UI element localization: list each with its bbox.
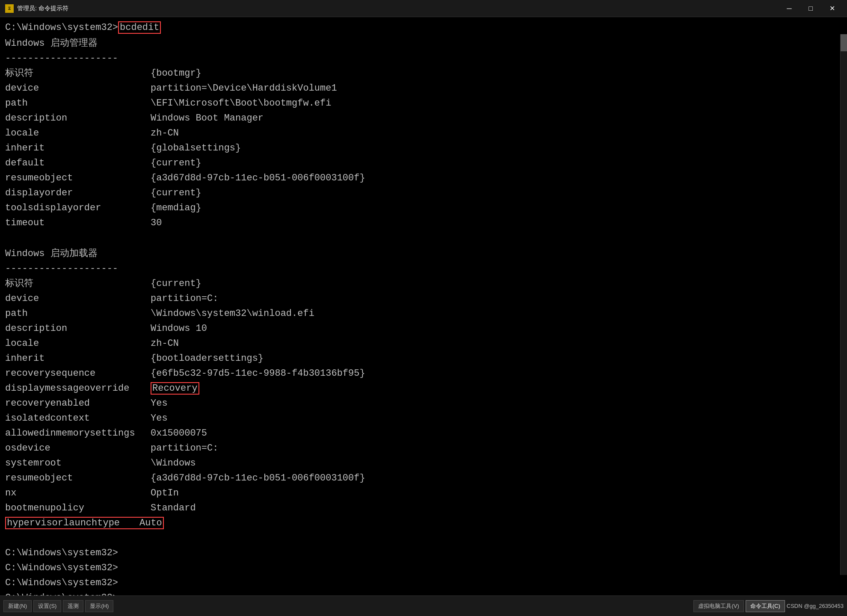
bootmgr-resumeobject: resumeobject{a3d67d8d-97cb-11ec-b051-006… [5, 171, 842, 185]
bl-desc-key: description [5, 321, 151, 336]
bl-resobj-val: {a3d67d8d-97cb-11ec-b051-006f0003100f} [151, 473, 365, 483]
bl-dispmsgo-val: Recovery [151, 382, 199, 395]
bl-recseq-key: recoverysequence [5, 366, 151, 380]
bl-hyperv-key: hypervisorlaunchtype [7, 516, 139, 530]
bl-nx-val: OptIn [151, 488, 179, 498]
bootmgr-inherit: inherit{globalsettings} [5, 141, 842, 155]
bl-osdev-val: partition=C: [151, 443, 218, 454]
bl-aimset-key: allowedinmemorysettings [5, 426, 151, 440]
bl-recen-val: Yes [151, 398, 168, 409]
window-controls: ─ □ ✕ [779, 2, 842, 15]
bl-locale: localezh-CN [5, 336, 842, 351]
app-icon: Ξ [5, 4, 14, 13]
taskbar-btn-telemetry[interactable]: 遥测 [63, 600, 83, 612]
path-val: \EFI\Microsoft\Boot\bootmgfw.efi [151, 98, 331, 109]
bootmgr-toolsdisplayorder: toolsdisplayorder{memdiag} [5, 201, 842, 215]
recovery-highlight: Recovery [151, 382, 199, 395]
prompt-line5: C:\Windows\system32>_ [5, 591, 842, 595]
prompt-line2: C:\Windows\system32> [5, 546, 842, 560]
bl-inherit-key: inherit [5, 351, 151, 365]
separator2: -------------------- [5, 262, 842, 276]
taskbar-btn-cmd-tools[interactable]: 命令工具(C) [746, 600, 785, 612]
bl-recseq-val: {e6fb5c32-97d5-11ec-9988-f4b30136bf95} [151, 368, 365, 379]
minimize-button[interactable]: ─ [779, 2, 799, 15]
taskbar-btn-settings[interactable]: 设置(S) [33, 600, 61, 612]
path-key: path [5, 96, 151, 110]
bootmgr-default: default{current} [5, 156, 842, 170]
bl-allowedinmemorysettings: allowedinmemorysettings0x15000075 [5, 426, 842, 440]
window-title: 管理员: 命令提示符 [17, 5, 68, 12]
resumeobject-val: {a3d67d8d-97cb-11ec-b051-006f0003100f} [151, 173, 365, 183]
section1-title: Windows 启动管理器 [5, 36, 842, 50]
bl-sysroot-val: \Windows [151, 458, 196, 469]
window: Ξ 管理员: 命令提示符 ─ □ ✕ C:\Windows\system32>b… [0, 0, 847, 616]
bl-path-val: \Windows\system32\winload.efi [151, 308, 314, 319]
bl-nx: nxOptIn [5, 486, 842, 500]
bl-sysroot-key: systemroot [5, 456, 151, 470]
bl-path: path\Windows\system32\winload.efi [5, 307, 842, 321]
hypervisor-highlight: hypervisorlaunchtypeAuto [5, 517, 164, 529]
bl-locale-key: locale [5, 336, 151, 351]
taskbar-btn-display[interactable]: 显示(H) [85, 600, 113, 612]
bl-description: descriptionWindows 10 [5, 321, 842, 336]
locale-key: locale [5, 126, 151, 140]
bl-osdevice: osdevicepartition=C: [5, 441, 842, 455]
bootmgr-timeout: timeout30 [5, 216, 842, 230]
bl-device-key: device [5, 292, 151, 306]
scrollbar-thumb[interactable] [841, 34, 847, 51]
taskbar-btn-vm-tools[interactable]: 虚拟电脑工具(V) [693, 600, 743, 612]
bl-device: devicepartition=C: [5, 292, 842, 306]
bl-hypervisorlaunchtype: hypervisorlaunchtypeAuto [5, 516, 842, 530]
bl-displaymessageoverride: displaymessageoverrideRecovery [5, 381, 842, 395]
bl-inherit-val: {bootloadersettings} [151, 353, 264, 364]
prompt-line3: C:\Windows\system32> [5, 561, 842, 575]
empty-line1 [5, 231, 842, 245]
taskbar-btn-new[interactable]: 新建(N) [3, 600, 32, 612]
section2-title: Windows 启动加载器 [5, 247, 842, 261]
taskbar: 新建(N) 设置(S) 遥测 显示(H) 虚拟电脑工具(V) 命令工具(C) C… [0, 595, 847, 616]
timeout-key: timeout [5, 216, 151, 230]
bootmgr-description: descriptionWindows Boot Manager [5, 111, 842, 125]
toolsdisplayorder-val: {memdiag} [151, 203, 201, 213]
scrollbar[interactable] [840, 34, 847, 575]
bl-dispmsgo-key: displaymessageoverride [5, 381, 151, 395]
displayorder-key: displayorder [5, 186, 151, 200]
separator1: -------------------- [5, 51, 842, 65]
bl-isoctx-val: Yes [151, 413, 168, 424]
bl-systemroot: systemroot\Windows [5, 456, 842, 470]
bootmgr-path: path\EFI\Microsoft\Boot\bootmgfw.efi [5, 96, 842, 110]
empty-line2 [5, 531, 842, 545]
device-key: device [5, 81, 151, 95]
bl-bootmenupolicy: bootmenupolicyStandard [5, 501, 842, 515]
terminal-window: C:\Windows\system32>bcdedit Windows 启动管理… [0, 17, 847, 595]
bl-recoveryenabled: recoveryenabledYes [5, 396, 842, 410]
bl-identifier: 标识符{current} [5, 277, 842, 291]
terminal-content: C:\Windows\system32>bcdedit Windows 启动管理… [0, 17, 847, 595]
watermark: CSDN @gg_26350453 [787, 603, 844, 609]
timeout-val: 30 [151, 218, 162, 228]
device-val: partition=\Device\HarddiskVolume1 [151, 83, 337, 94]
bl-resobj-key: resumeobject [5, 471, 151, 485]
inherit-val: {globalsettings} [151, 143, 241, 153]
maximize-button[interactable]: □ [801, 2, 820, 15]
bl-isoctx-key: isolatedcontext [5, 411, 151, 425]
bl-identifier-val: {current} [151, 278, 201, 289]
bl-bootmenupol-key: bootmenupolicy [5, 501, 151, 515]
section1: Windows 启动管理器 -------------------- 标识符{b… [5, 36, 842, 230]
identifier-val: {bootmgr} [151, 68, 201, 79]
close-button[interactable]: ✕ [822, 2, 842, 15]
bootmgr-device: devicepartition=\Device\HarddiskVolume1 [5, 81, 842, 95]
bl-nx-key: nx [5, 486, 151, 500]
bl-inherit: inherit{bootloadersettings} [5, 351, 842, 365]
locale-val: zh-CN [151, 128, 179, 139]
command-line: C:\Windows\system32>bcdedit [5, 21, 842, 35]
bl-recoverysequence: recoverysequence{e6fb5c32-97d5-11ec-9988… [5, 366, 842, 380]
bl-path-key: path [5, 307, 151, 321]
bootmgr-identifier: 标识符{bootmgr} [5, 66, 842, 80]
bl-hyperv-val: Auto [139, 518, 162, 528]
bl-bootmenupol-val: Standard [151, 503, 196, 513]
bl-resumeobject: resumeobject{a3d67d8d-97cb-11ec-b051-006… [5, 471, 842, 485]
bl-locale-val: zh-CN [151, 338, 179, 349]
title-bar-left: Ξ 管理员: 命令提示符 [5, 4, 68, 13]
bl-device-val: partition=C: [151, 293, 218, 304]
